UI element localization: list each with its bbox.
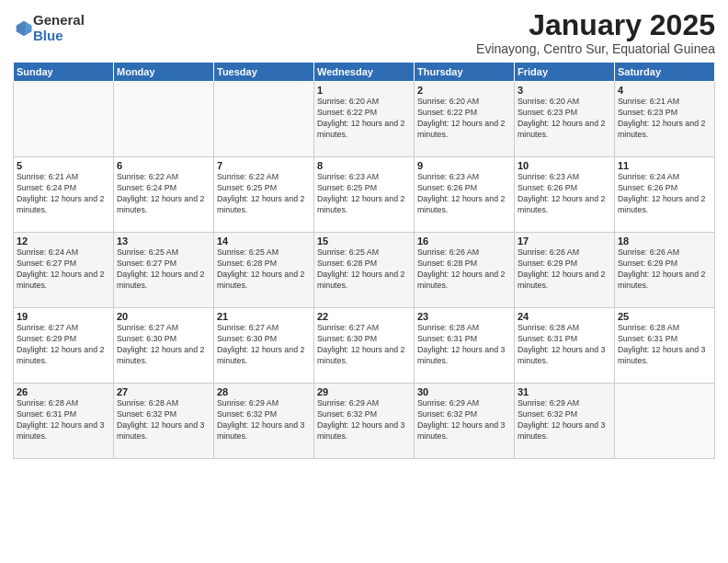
- calendar-cell: 10Sunrise: 6:23 AM Sunset: 6:26 PM Dayli…: [515, 157, 615, 233]
- calendar-week-2: 5Sunrise: 6:21 AM Sunset: 6:24 PM Daylig…: [14, 157, 715, 233]
- calendar-cell: 28Sunrise: 6:29 AM Sunset: 6:32 PM Dayli…: [214, 384, 314, 459]
- calendar-cell: 30Sunrise: 6:29 AM Sunset: 6:32 PM Dayli…: [415, 384, 515, 459]
- day-info: Sunrise: 6:27 AM Sunset: 6:30 PM Dayligh…: [217, 323, 311, 367]
- calendar-cell: [214, 82, 314, 157]
- calendar-cell: 21Sunrise: 6:27 AM Sunset: 6:30 PM Dayli…: [214, 308, 314, 384]
- day-info: Sunrise: 6:27 AM Sunset: 6:30 PM Dayligh…: [117, 323, 210, 367]
- day-info: Sunrise: 6:26 AM Sunset: 6:28 PM Dayligh…: [417, 247, 511, 292]
- day-number: 15: [317, 236, 411, 247]
- day-info: Sunrise: 6:28 AM Sunset: 6:31 PM Dayligh…: [417, 323, 511, 367]
- calendar-cell: 4Sunrise: 6:21 AM Sunset: 6:23 PM Daylig…: [615, 82, 715, 157]
- day-number: 24: [518, 311, 611, 322]
- day-number: 21: [217, 311, 311, 322]
- calendar-cell: 7Sunrise: 6:22 AM Sunset: 6:25 PM Daylig…: [214, 157, 314, 233]
- day-info: Sunrise: 6:22 AM Sunset: 6:24 PM Dayligh…: [117, 172, 210, 216]
- calendar-cell: 27Sunrise: 6:28 AM Sunset: 6:32 PM Dayli…: [114, 384, 214, 459]
- calendar-cell: 29Sunrise: 6:29 AM Sunset: 6:32 PM Dayli…: [314, 384, 415, 459]
- calendar-cell: 25Sunrise: 6:28 AM Sunset: 6:31 PM Dayli…: [615, 308, 715, 384]
- day-info: Sunrise: 6:23 AM Sunset: 6:25 PM Dayligh…: [317, 172, 411, 216]
- day-info: Sunrise: 6:20 AM Sunset: 6:23 PM Dayligh…: [518, 97, 611, 141]
- calendar-cell: 8Sunrise: 6:23 AM Sunset: 6:25 PM Daylig…: [314, 157, 415, 233]
- day-number: 17: [518, 236, 611, 247]
- day-number: 26: [17, 386, 110, 397]
- day-number: 11: [618, 160, 711, 171]
- day-number: 2: [417, 85, 511, 96]
- calendar-cell: 19Sunrise: 6:27 AM Sunset: 6:29 PM Dayli…: [14, 308, 114, 384]
- calendar-cell: 24Sunrise: 6:28 AM Sunset: 6:31 PM Dayli…: [515, 308, 615, 384]
- calendar-week-4: 19Sunrise: 6:27 AM Sunset: 6:29 PM Dayli…: [14, 308, 715, 384]
- logo-general: General: [33, 13, 85, 29]
- day-number: 7: [217, 160, 311, 171]
- day-number: 14: [217, 236, 311, 247]
- header-row: Sunday Monday Tuesday Wednesday Thursday…: [14, 63, 715, 82]
- day-number: 27: [117, 386, 210, 397]
- calendar-cell: 15Sunrise: 6:25 AM Sunset: 6:28 PM Dayli…: [314, 233, 415, 308]
- day-info: Sunrise: 6:22 AM Sunset: 6:25 PM Dayligh…: [217, 172, 311, 216]
- day-number: 18: [618, 236, 711, 247]
- calendar-cell: 13Sunrise: 6:25 AM Sunset: 6:27 PM Dayli…: [114, 233, 214, 308]
- day-number: 23: [417, 311, 511, 322]
- calendar-cell: [615, 384, 715, 459]
- day-info: Sunrise: 6:24 AM Sunset: 6:26 PM Dayligh…: [618, 172, 711, 216]
- day-number: 13: [117, 236, 210, 247]
- calendar-week-5: 26Sunrise: 6:28 AM Sunset: 6:31 PM Dayli…: [14, 384, 715, 459]
- day-info: Sunrise: 6:26 AM Sunset: 6:29 PM Dayligh…: [618, 247, 711, 292]
- calendar-cell: 6Sunrise: 6:22 AM Sunset: 6:24 PM Daylig…: [114, 157, 214, 233]
- logo-text: General Blue: [33, 13, 85, 43]
- calendar-cell: 12Sunrise: 6:24 AM Sunset: 6:27 PM Dayli…: [14, 233, 114, 308]
- title-block: January 2025 Evinayong, Centro Sur, Equa…: [476, 9, 715, 56]
- day-number: 29: [317, 386, 411, 397]
- day-info: Sunrise: 6:28 AM Sunset: 6:31 PM Dayligh…: [618, 323, 711, 367]
- day-info: Sunrise: 6:24 AM Sunset: 6:27 PM Dayligh…: [17, 247, 110, 292]
- location-subtitle: Evinayong, Centro Sur, Equatorial Guinea: [476, 41, 715, 56]
- calendar-cell: 16Sunrise: 6:26 AM Sunset: 6:28 PM Dayli…: [415, 233, 515, 308]
- calendar-cell: 20Sunrise: 6:27 AM Sunset: 6:30 PM Dayli…: [114, 308, 214, 384]
- day-info: Sunrise: 6:27 AM Sunset: 6:30 PM Dayligh…: [317, 323, 411, 367]
- day-info: Sunrise: 6:27 AM Sunset: 6:29 PM Dayligh…: [17, 323, 110, 367]
- day-info: Sunrise: 6:29 AM Sunset: 6:32 PM Dayligh…: [518, 398, 611, 442]
- col-monday: Monday: [114, 63, 214, 82]
- calendar-cell: 23Sunrise: 6:28 AM Sunset: 6:31 PM Dayli…: [415, 308, 515, 384]
- col-sunday: Sunday: [14, 63, 114, 82]
- day-info: Sunrise: 6:25 AM Sunset: 6:28 PM Dayligh…: [317, 247, 411, 292]
- month-title: January 2025: [476, 9, 715, 41]
- col-friday: Friday: [515, 63, 615, 82]
- calendar-cell: 9Sunrise: 6:23 AM Sunset: 6:26 PM Daylig…: [415, 157, 515, 233]
- day-number: 28: [217, 386, 311, 397]
- logo: General Blue: [13, 13, 85, 43]
- calendar-cell: 2Sunrise: 6:20 AM Sunset: 6:22 PM Daylig…: [415, 82, 515, 157]
- day-number: 5: [17, 160, 110, 171]
- calendar-table: Sunday Monday Tuesday Wednesday Thursday…: [13, 62, 715, 459]
- day-info: Sunrise: 6:25 AM Sunset: 6:28 PM Dayligh…: [217, 247, 311, 292]
- col-tuesday: Tuesday: [214, 63, 314, 82]
- calendar-cell: 22Sunrise: 6:27 AM Sunset: 6:30 PM Dayli…: [314, 308, 415, 384]
- day-info: Sunrise: 6:29 AM Sunset: 6:32 PM Dayligh…: [217, 398, 311, 442]
- col-wednesday: Wednesday: [314, 63, 415, 82]
- day-info: Sunrise: 6:23 AM Sunset: 6:26 PM Dayligh…: [518, 172, 611, 216]
- calendar-cell: 14Sunrise: 6:25 AM Sunset: 6:28 PM Dayli…: [214, 233, 314, 308]
- calendar-cell: 26Sunrise: 6:28 AM Sunset: 6:31 PM Dayli…: [14, 384, 114, 459]
- calendar-cell: [114, 82, 214, 157]
- calendar-page: General Blue January 2025 Evinayong, Cen…: [0, 0, 728, 563]
- logo-blue: Blue: [33, 29, 85, 44]
- day-number: 12: [17, 236, 110, 247]
- calendar-cell: 18Sunrise: 6:26 AM Sunset: 6:29 PM Dayli…: [615, 233, 715, 308]
- calendar-cell: 11Sunrise: 6:24 AM Sunset: 6:26 PM Dayli…: [615, 157, 715, 233]
- day-number: 31: [518, 386, 611, 397]
- day-info: Sunrise: 6:23 AM Sunset: 6:26 PM Dayligh…: [417, 172, 511, 216]
- day-info: Sunrise: 6:29 AM Sunset: 6:32 PM Dayligh…: [317, 398, 411, 442]
- day-info: Sunrise: 6:28 AM Sunset: 6:31 PM Dayligh…: [518, 323, 611, 367]
- day-info: Sunrise: 6:25 AM Sunset: 6:27 PM Dayligh…: [117, 247, 210, 292]
- day-number: 9: [417, 160, 511, 171]
- day-number: 4: [618, 85, 711, 96]
- col-thursday: Thursday: [415, 63, 515, 82]
- day-number: 20: [117, 311, 210, 322]
- calendar-cell: 31Sunrise: 6:29 AM Sunset: 6:32 PM Dayli…: [515, 384, 615, 459]
- day-number: 3: [518, 85, 611, 96]
- day-info: Sunrise: 6:28 AM Sunset: 6:32 PM Dayligh…: [117, 398, 210, 442]
- header: General Blue January 2025 Evinayong, Cen…: [13, 9, 715, 56]
- day-info: Sunrise: 6:21 AM Sunset: 6:24 PM Dayligh…: [17, 172, 110, 216]
- day-info: Sunrise: 6:20 AM Sunset: 6:22 PM Dayligh…: [317, 97, 411, 141]
- day-info: Sunrise: 6:28 AM Sunset: 6:31 PM Dayligh…: [17, 398, 110, 442]
- col-saturday: Saturday: [615, 63, 715, 82]
